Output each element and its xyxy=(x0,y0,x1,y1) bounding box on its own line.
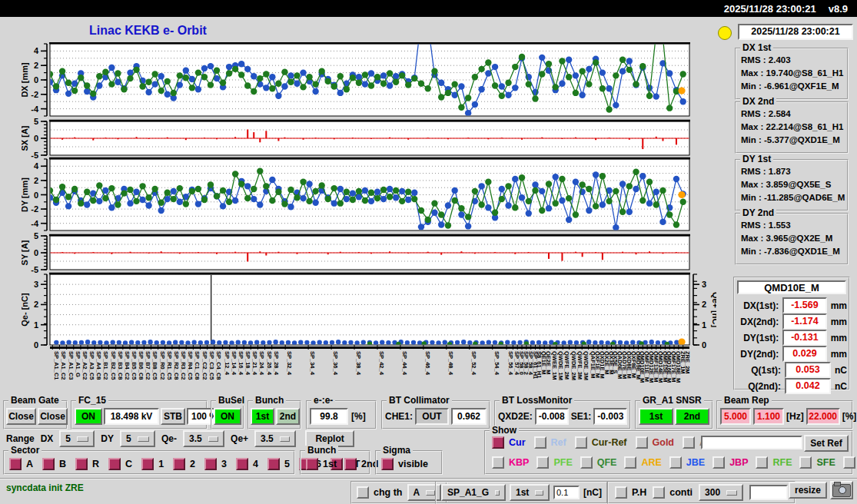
threshold-input[interactable] xyxy=(553,486,580,499)
sector-checkbox-3[interactable]: 3 xyxy=(204,458,227,470)
show-checkbox-zre[interactable]: ZRE xyxy=(843,456,857,469)
show-checkbox-jbe[interactable]: JBE xyxy=(669,456,705,469)
show-checkbox-sfe[interactable]: SFE xyxy=(799,456,835,469)
dx2nd-title: DX 2nd xyxy=(740,97,776,107)
sector-checkbox-4[interactable]: 4 xyxy=(236,458,258,470)
busel-on-button[interactable]: ON xyxy=(214,408,241,425)
checkbox-icon[interactable] xyxy=(756,456,768,469)
checkbox-icon[interactable] xyxy=(575,436,587,449)
monitor-name[interactable]: QMD10E_M xyxy=(737,280,846,294)
checkbox-icon[interactable] xyxy=(492,436,504,449)
svg-text:5: 5 xyxy=(34,117,38,126)
option-dash-icon xyxy=(495,490,500,496)
checkbox-icon[interactable] xyxy=(204,458,217,470)
option-dash-icon xyxy=(426,490,434,496)
beam-gate-close-1-button[interactable]: Close xyxy=(6,408,36,425)
show-checkbox-pfe[interactable]: PFE xyxy=(536,456,572,469)
monitor-row-label: DY(1st): xyxy=(736,333,779,343)
show-checkbox-qfe[interactable]: QFE xyxy=(580,456,617,469)
svg-text:SP_A4_C8: SP_A4_C8 xyxy=(95,351,102,380)
checkbox-icon[interactable] xyxy=(42,458,55,470)
range-qem-option[interactable]: 3.5 xyxy=(183,430,224,447)
sp-bunch-option[interactable]: 1st xyxy=(510,484,550,501)
bunch-1st-button[interactable]: 1st xyxy=(251,408,274,425)
bunch-checkbox-1st[interactable]: 1st xyxy=(306,458,337,470)
checkbox-icon[interactable] xyxy=(683,436,695,449)
count-input[interactable] xyxy=(749,485,788,500)
option-dash-icon xyxy=(280,436,290,442)
checkbox-icon[interactable] xyxy=(75,458,88,470)
conti-checkbox[interactable]: conti xyxy=(653,486,693,499)
checkbox-icon[interactable] xyxy=(713,456,725,469)
gr-snsr-1st-button[interactable]: 1st xyxy=(639,408,673,425)
checkbox-icon[interactable] xyxy=(580,456,593,469)
bunch-checkbox-2nd[interactable]: 2nd xyxy=(344,458,378,470)
checkbox-icon[interactable] xyxy=(173,458,185,470)
set-ref-button[interactable]: Set Ref xyxy=(804,435,849,452)
monitor-row: Q(2nd): 0.042 nC xyxy=(736,378,847,394)
show-checkbox-cur-ref[interactable]: Cur-Ref xyxy=(575,436,627,449)
sector-checkbox-r[interactable]: R xyxy=(75,458,99,470)
checkbox-icon[interactable] xyxy=(653,486,665,499)
checkbox-icon[interactable] xyxy=(381,458,394,470)
checkbox-icon[interactable] xyxy=(669,456,682,469)
fc15-on-button[interactable]: ON xyxy=(75,408,102,425)
fc15-stb-button[interactable]: STB xyxy=(161,408,185,425)
sp-monitor-option[interactable]: SP_A1_G xyxy=(441,484,506,501)
monitor-row: DX(1st): -1.569 mm xyxy=(736,297,847,313)
show-checkbox-gold[interactable]: Gold xyxy=(636,436,674,449)
checkbox-icon[interactable] xyxy=(108,458,121,470)
ref-name-input[interactable] xyxy=(701,436,802,449)
checkbox-label: 1 xyxy=(158,459,164,469)
range-dy-option[interactable]: 5 xyxy=(120,430,155,447)
show-checkbox-rfe[interactable]: RFE xyxy=(756,456,792,469)
svg-text:0: 0 xyxy=(34,134,38,143)
checkbox-icon[interactable] xyxy=(236,458,248,470)
beam-gate-close-2-button[interactable]: Close xyxy=(38,408,68,425)
sector-checkbox-a[interactable]: A xyxy=(9,458,33,470)
checkbox-icon[interactable] xyxy=(492,456,504,469)
checkbox-icon[interactable] xyxy=(344,458,357,470)
show-checkbox-jbp[interactable]: JBP xyxy=(713,456,748,469)
sector-checkbox-5[interactable]: 5 xyxy=(267,458,290,470)
range-qep-option[interactable]: 3.5 xyxy=(254,430,296,447)
show-checkbox-cur[interactable]: Cur xyxy=(492,436,526,449)
ph-checkbox[interactable]: P.H xyxy=(615,486,646,499)
svg-text:DY [mm]: DY [mm] xyxy=(22,177,29,212)
checkbox-icon[interactable] xyxy=(267,458,280,470)
svg-text:4: 4 xyxy=(34,46,39,55)
checkbox-icon[interactable] xyxy=(357,486,369,499)
checkbox-icon[interactable] xyxy=(141,458,154,470)
show-checkbox-are[interactable]: ARE xyxy=(624,456,661,469)
checkbox-icon[interactable] xyxy=(615,486,627,499)
sigma-visible-checkbox[interactable]: visible xyxy=(381,458,428,470)
checkbox-icon[interactable] xyxy=(534,436,546,449)
checkbox-icon[interactable] xyxy=(636,436,648,449)
svg-text:SP_R1_C5: SP_R1_C5 xyxy=(166,351,173,380)
range-dx-option[interactable]: 5 xyxy=(59,430,95,447)
screenshot-button[interactable] xyxy=(830,481,853,499)
conti-count-option[interactable]: 300 xyxy=(699,484,743,501)
option-dash-icon xyxy=(77,436,88,442)
checkbox-icon[interactable] xyxy=(306,458,318,470)
gr-snsr-2nd-button[interactable]: 2nd xyxy=(675,408,709,425)
svg-text:SP_A1_C3: SP_A1_C3 xyxy=(68,351,75,380)
sector-checkbox-b[interactable]: B xyxy=(42,458,66,470)
show-checkbox-ref[interactable]: Ref xyxy=(534,436,566,449)
checkbox-icon[interactable] xyxy=(536,456,549,469)
checkbox-icon[interactable] xyxy=(799,456,812,469)
checkbox-icon[interactable] xyxy=(624,456,636,469)
monitor-row-value: 0.053 xyxy=(785,362,831,378)
sector-checkbox-2[interactable]: 2 xyxy=(173,458,195,470)
bunch-2nd-button[interactable]: 2nd xyxy=(276,408,300,425)
sector-checkbox-1[interactable]: 1 xyxy=(141,458,164,470)
checkbox-label: 5 xyxy=(284,459,290,469)
rms-label: RMS : xyxy=(741,109,766,118)
sector-checkbox-c[interactable]: C xyxy=(108,458,132,470)
checkbox-icon[interactable] xyxy=(843,456,855,469)
resize-button[interactable]: resize xyxy=(789,482,827,499)
show-checkbox-kbp[interactable]: KBP xyxy=(492,456,529,469)
checkbox-icon[interactable] xyxy=(9,458,22,470)
svg-text:SP_B5_C5: SP_B5_C5 xyxy=(131,351,138,380)
chg-th-checkbox[interactable]: chg th xyxy=(357,486,403,499)
